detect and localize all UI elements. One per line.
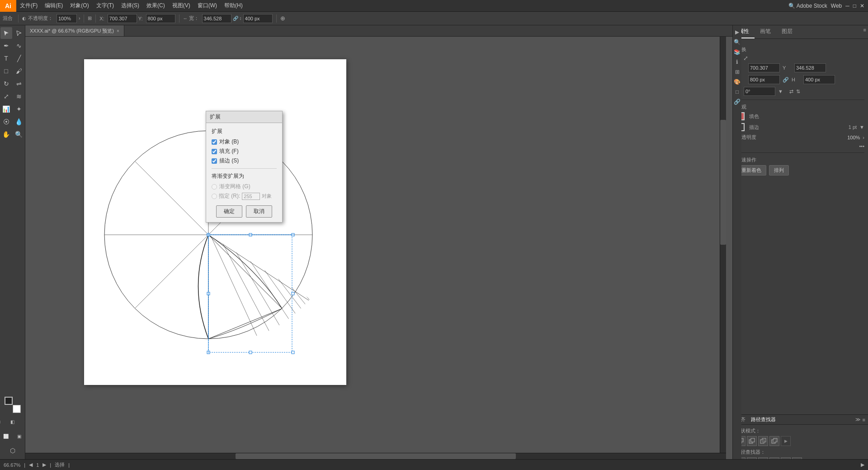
menu-help[interactable]: 帮助(H)	[221, 0, 246, 11]
pen-tool[interactable]: ✒	[0, 40, 12, 52]
menu-view[interactable]: 视图(V)	[169, 0, 194, 11]
blend-tool[interactable]: ⦿	[0, 116, 12, 128]
flip-h-icon[interactable]: ⇄	[789, 89, 793, 95]
x-input[interactable]	[108, 14, 137, 23]
prev-page-btn[interactable]: ◀	[29, 462, 33, 468]
h-scrollbar-thumb[interactable]	[236, 453, 516, 459]
dialog-cancel-button[interactable]: 取消	[246, 205, 272, 218]
radio-specify[interactable]	[212, 194, 217, 199]
document-tab-close[interactable]: ×	[117, 28, 119, 33]
checkbox-object[interactable]	[212, 139, 217, 145]
rotate-tool[interactable]: ↻	[0, 78, 12, 90]
warp-tool[interactable]: ≋	[13, 90, 25, 102]
none-mode[interactable]: ⊘	[20, 416, 26, 427]
symbol-spray-tool[interactable]: ✦	[13, 103, 25, 115]
stroke-dropdown-icon[interactable]: ▼	[859, 124, 864, 130]
width-label: 宽：	[189, 15, 199, 22]
libraries-icon[interactable]: 📚	[734, 49, 741, 55]
minimize-button[interactable]: ─	[845, 3, 849, 9]
menu-text[interactable]: 文字(T)	[93, 0, 118, 11]
direct-selection-tool[interactable]	[13, 27, 25, 39]
search-box[interactable]: 🔍 Adobe Stock	[788, 3, 827, 9]
panel-expand-icon[interactable]: ≫	[855, 417, 861, 423]
checkbox-fill[interactable]	[212, 149, 217, 154]
angle-input[interactable]	[744, 87, 775, 96]
line-tool[interactable]: ╱	[13, 52, 25, 64]
gradient-mode[interactable]: ◧	[7, 416, 19, 427]
zoom-tool[interactable]: 🔍	[13, 128, 25, 140]
flip-v-icon[interactable]: ⇅	[796, 89, 800, 95]
expand-shape-btn[interactable]: ▶	[781, 436, 791, 446]
y-input[interactable]	[146, 14, 175, 23]
reflect-tool[interactable]: ⇌	[13, 78, 25, 90]
canvas-area[interactable]	[25, 37, 732, 459]
intersect-btn[interactable]	[758, 436, 768, 446]
stroke-color-box[interactable]	[5, 397, 13, 405]
menu-select[interactable]: 选择(S)	[118, 0, 143, 11]
panel-menu-icon[interactable]: ≡	[862, 25, 868, 38]
fill-color-box[interactable]	[13, 405, 21, 413]
width-input[interactable]	[202, 14, 231, 23]
selection-tool[interactable]	[0, 27, 12, 39]
curvature-tool[interactable]: ∿	[13, 40, 25, 52]
screen-mode-full[interactable]: ▣	[14, 430, 25, 442]
opacity-input[interactable]	[57, 14, 77, 23]
dialog-ok-button[interactable]: 确定	[216, 205, 242, 218]
minus-front-btn[interactable]	[747, 436, 757, 446]
x-right-input[interactable]	[748, 63, 780, 72]
screen-mode-normal[interactable]: ⬜	[0, 430, 12, 442]
h-right-input[interactable]	[803, 75, 835, 84]
pathfinder-tab[interactable]: 路径查找器	[751, 416, 776, 423]
arrange-button[interactable]: 排列	[769, 165, 789, 176]
tab-layers[interactable]: 图层	[776, 25, 798, 38]
w-right-input[interactable]	[748, 75, 780, 84]
type-tool[interactable]: T	[0, 52, 12, 64]
normal-mode[interactable]: □	[0, 416, 5, 427]
expand-opacity-icon[interactable]: ›	[79, 16, 80, 21]
transform-icon[interactable]: ⊕	[280, 15, 285, 22]
search-panel-icon[interactable]: 🔍	[734, 39, 741, 45]
checkbox-stroke[interactable]	[212, 158, 217, 164]
horizontal-scrollbar[interactable]	[25, 453, 726, 459]
column-graph-tool[interactable]: 📊	[0, 103, 12, 115]
exclude-btn[interactable]	[769, 436, 779, 446]
angle-dropdown-icon[interactable]: ▼	[778, 89, 783, 94]
menu-object[interactable]: 对象(O)	[66, 0, 92, 11]
link-icon[interactable]: 🔗	[233, 16, 238, 21]
menu-file[interactable]: 文件(F)	[16, 0, 41, 11]
shape-modes-label: 形状模式：	[736, 427, 865, 434]
specify-value-input[interactable]	[242, 193, 260, 200]
opacity-expand-icon[interactable]: ›	[863, 135, 864, 140]
panel-menu-btn[interactable]: ≡	[863, 417, 865, 423]
close-button[interactable]: ✕	[860, 3, 864, 9]
artboard-tool[interactable]: ⬡	[7, 445, 19, 456]
menu-window[interactable]: 窗口(W)	[194, 0, 221, 11]
paint-brush-tool[interactable]: 🖌	[13, 65, 25, 77]
next-page-btn[interactable]: ▶	[42, 462, 46, 468]
scale-tool[interactable]: ⤢	[0, 90, 12, 102]
v-scrollbar-thumb[interactable]	[720, 120, 726, 245]
y-right-input[interactable]	[794, 63, 826, 72]
height-input[interactable]	[243, 14, 273, 23]
properties-icon[interactable]: ℹ	[736, 59, 738, 65]
maximize-button[interactable]: □	[853, 3, 856, 9]
artboards-icon[interactable]: □	[736, 89, 739, 95]
layers-icon[interactable]: ⊞	[735, 69, 740, 75]
eyedropper-tool[interactable]: 💧	[13, 116, 25, 128]
color-selector[interactable]	[5, 397, 21, 413]
canvas-scroll[interactable]	[25, 37, 732, 459]
menu-edit[interactable]: 编辑(E)	[41, 0, 66, 11]
vertical-scrollbar[interactable]	[720, 37, 726, 453]
links-icon[interactable]: 🔗	[734, 99, 741, 105]
link-wh-icon[interactable]: 🔗	[783, 77, 789, 83]
document-tab[interactable]: XXXX.ai* @ 66.67% (RGB/GPU 预览) ×	[25, 25, 124, 36]
tab-brushes[interactable]: 画笔	[755, 25, 776, 38]
assets-icon[interactable]: 🎨	[734, 79, 741, 85]
radio-mesh[interactable]	[212, 184, 217, 190]
hand-tool[interactable]: ✋	[0, 128, 12, 140]
appearance-more-icon[interactable]: •••	[859, 143, 864, 149]
menu-effect[interactable]: 效果(C)	[143, 0, 169, 11]
rect-tool[interactable]: □	[0, 65, 12, 77]
properties-collapse-icon[interactable]: ▶	[734, 29, 741, 35]
dialog-title-bar[interactable]: 扩展	[206, 111, 282, 123]
